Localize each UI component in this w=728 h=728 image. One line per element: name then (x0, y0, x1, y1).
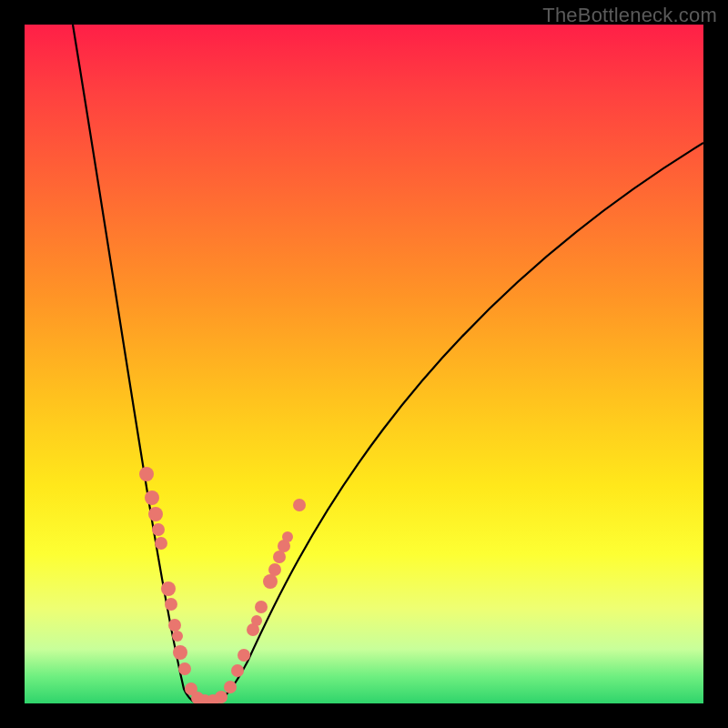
watermark-text: TheBottleneck.com (542, 4, 717, 27)
data-marker (165, 598, 177, 611)
data-marker (172, 631, 183, 642)
data-marker (168, 619, 181, 632)
data-marker (273, 551, 286, 563)
bottleneck-curve (25, 25, 703, 703)
data-marker (238, 649, 250, 662)
data-marker (282, 531, 293, 542)
data-marker (139, 467, 154, 481)
data-marker (255, 601, 268, 613)
data-marker (148, 507, 163, 521)
plot-area (25, 25, 703, 703)
data-marker (178, 662, 191, 675)
data-marker (224, 681, 237, 693)
data-marker (145, 490, 159, 505)
data-marker (251, 615, 262, 626)
data-marker (155, 537, 167, 550)
data-marker (263, 574, 278, 589)
data-marker (215, 691, 228, 703)
data-marker (268, 563, 281, 576)
data-marker (293, 499, 306, 511)
data-marker (152, 523, 165, 536)
curve-segment (73, 25, 207, 703)
data-marker (173, 645, 187, 660)
data-marker (231, 664, 244, 677)
curve-segment (207, 143, 703, 703)
data-marker (161, 581, 176, 596)
